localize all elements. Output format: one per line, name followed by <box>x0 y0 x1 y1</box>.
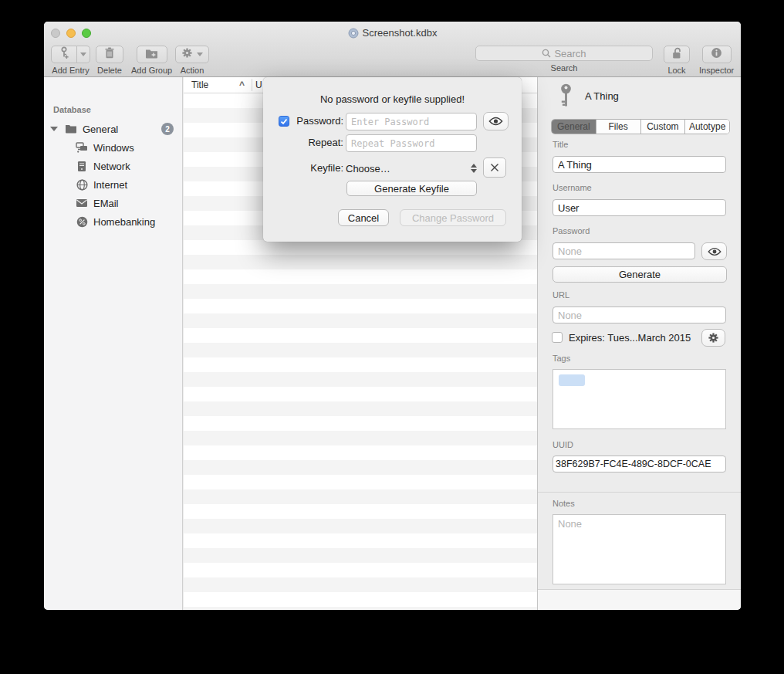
tag-chip[interactable] <box>559 374 585 386</box>
disclosure-triangle-icon[interactable] <box>50 127 58 131</box>
generate-password-button[interactable]: Generate <box>553 266 727 283</box>
username-field[interactable] <box>553 199 726 216</box>
server-icon <box>76 160 88 172</box>
search-placeholder: Search <box>554 48 586 59</box>
divider <box>538 492 741 493</box>
generate-password-label: Generate <box>619 269 661 280</box>
password-field[interactable] <box>553 242 695 259</box>
expires-checkbox[interactable] <box>552 332 563 343</box>
percent-icon <box>76 215 88 228</box>
title-field[interactable] <box>553 156 726 173</box>
dialog-repeat-label: Repeat: <box>268 137 343 148</box>
sidebar-item-label: Homebanking <box>93 216 155 228</box>
change-password-dialog: No password or keyfile supplied! Passwor… <box>263 77 522 242</box>
uuid-field[interactable] <box>553 456 726 472</box>
dialog-keyfile-label: Keyfile: <box>268 162 343 174</box>
sidebar-item-windows[interactable]: Windows <box>44 139 182 156</box>
unlocked-padlock-icon <box>671 47 683 63</box>
sort-ascending-icon: ^ <box>239 80 245 90</box>
document-proxy-icon <box>348 28 359 41</box>
add-group-button[interactable] <box>137 46 167 63</box>
search-group: Search Search <box>475 46 653 73</box>
sidebar-item-general[interactable]: General 2 <box>44 120 182 137</box>
key-plus-icon <box>58 46 70 63</box>
column-header-username[interactable]: U <box>255 80 262 90</box>
add-entry-dropdown-button[interactable] <box>77 46 90 63</box>
delete-button[interactable] <box>96 46 123 63</box>
notes-box[interactable]: None <box>553 514 726 584</box>
chevron-down-icon <box>80 52 86 56</box>
tab-autotype[interactable]: Autotype <box>684 120 729 134</box>
action-button[interactable] <box>175 46 209 63</box>
change-password-button[interactable]: Change Password <box>400 209 506 226</box>
reveal-password-button[interactable] <box>701 242 727 260</box>
add-group-group: Add Group <box>131 46 172 75</box>
lock-button[interactable] <box>664 46 690 63</box>
expires-settings-button[interactable] <box>701 329 725 347</box>
eye-icon <box>488 117 503 126</box>
sidebar-item-email[interactable]: EMail <box>44 195 182 212</box>
workgroup-icon <box>76 141 88 154</box>
column-header-title[interactable]: Title <box>191 80 208 90</box>
sidebar-section-header: Database <box>53 105 91 114</box>
tags-label: Tags <box>553 354 570 363</box>
password-field-label: Password <box>553 226 590 235</box>
add-entry-button[interactable] <box>51 46 77 63</box>
inspector-button[interactable] <box>702 46 732 63</box>
close-icon <box>490 163 499 172</box>
add-group-label: Add Group <box>131 66 172 75</box>
lock-group: Lock <box>664 46 690 75</box>
url-field-label: URL <box>553 290 569 300</box>
entry-title: A Thing <box>585 90 619 102</box>
lock-label: Lock <box>664 66 690 75</box>
sidebar: Database General 2 Windows Network <box>44 77 183 610</box>
sidebar-item-homebanking[interactable]: Homebanking <box>44 213 182 230</box>
notes-label: Notes <box>553 499 575 508</box>
window-chrome: Screenshot.kdbx Add Entry Delete <box>44 22 741 77</box>
sidebar-item-label: General <box>83 124 118 135</box>
url-field[interactable] <box>553 307 726 323</box>
sidebar-item-internet[interactable]: Internet <box>44 176 182 193</box>
keyfile-popup[interactable]: Choose… <box>346 160 477 177</box>
inspector-tabs: General Files Custom Autotype <box>551 119 730 134</box>
username-field-label: Username <box>553 183 592 192</box>
sidebar-item-label: Network <box>93 161 130 172</box>
entry-count-badge: 2 <box>161 123 174 135</box>
column-divider[interactable] <box>252 79 252 91</box>
search-input[interactable]: Search <box>475 46 653 61</box>
cancel-label: Cancel <box>348 212 379 224</box>
inspector-label: Inspector <box>699 66 734 75</box>
title-field-label: Title <box>553 140 568 149</box>
tab-general[interactable]: General <box>552 120 596 134</box>
tab-custom[interactable]: Custom <box>640 120 685 134</box>
add-entry-label: Add Entry <box>51 66 90 75</box>
dialog-message: No password or keyfile supplied! <box>263 93 522 105</box>
dialog-repeat-input[interactable] <box>346 134 477 152</box>
tab-files[interactable]: Files <box>596 120 640 134</box>
sidebar-item-network[interactable]: Network <box>44 157 182 174</box>
info-icon <box>711 47 722 62</box>
sidebar-item-label: Internet <box>93 179 127 191</box>
sidebar-item-label: EMail <box>93 198 119 209</box>
inspector-panel: A Thing General Files Custom Autotype Ti… <box>537 77 741 610</box>
tags-box[interactable] <box>553 369 726 429</box>
folder-icon <box>65 123 77 135</box>
cancel-button[interactable]: Cancel <box>338 209 389 226</box>
gear-icon <box>181 47 193 62</box>
delete-group: Delete <box>96 46 123 75</box>
notes-placeholder: None <box>558 518 582 530</box>
window-title: Screenshot.kdbx <box>363 27 438 39</box>
dialog-password-input[interactable] <box>346 113 477 130</box>
add-entry-group: Add Entry <box>51 46 90 75</box>
keyfile-popup-value: Choose… <box>346 163 390 174</box>
inspector-footer <box>538 589 741 610</box>
generate-keyfile-button[interactable]: Generate Keyfile <box>346 181 477 196</box>
dialog-reveal-password-button[interactable] <box>483 112 509 130</box>
mail-icon <box>76 197 88 209</box>
action-group: Action <box>175 46 209 75</box>
titlebar: Screenshot.kdbx <box>44 27 741 41</box>
gear-icon <box>708 332 719 344</box>
clear-keyfile-button[interactable] <box>483 157 506 178</box>
chevron-down-icon <box>197 52 203 56</box>
uuid-label: UUID <box>553 440 573 449</box>
